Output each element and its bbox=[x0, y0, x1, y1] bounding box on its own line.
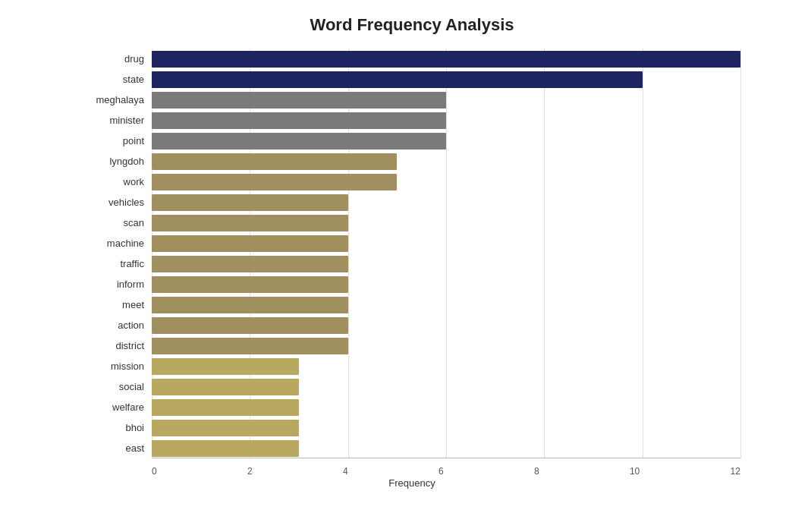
bar-vehicles bbox=[152, 194, 348, 211]
bar-label: east bbox=[83, 442, 152, 454]
bar-east bbox=[152, 440, 299, 457]
bar-row: point bbox=[83, 131, 740, 151]
bar-row: meet bbox=[83, 294, 740, 315]
bar-row: social bbox=[83, 376, 740, 397]
bar-row: work bbox=[83, 172, 740, 192]
bar-label: district bbox=[83, 340, 152, 351]
bar-row: mission bbox=[83, 356, 740, 376]
bar-row: bhoi bbox=[83, 417, 740, 438]
bar-mission bbox=[152, 358, 299, 375]
bar-track bbox=[152, 90, 740, 110]
x-tick-label: 10 bbox=[630, 466, 640, 477]
chart-area: drugstatemeghalayaministerpointlyngdohwo… bbox=[83, 49, 740, 489]
bar-row: scan bbox=[83, 212, 740, 233]
bar-track bbox=[152, 356, 740, 376]
bar-social bbox=[152, 379, 299, 395]
bar-state bbox=[152, 71, 643, 88]
bar-track bbox=[152, 335, 740, 356]
bar-row: east bbox=[83, 438, 740, 458]
bar-bhoi bbox=[152, 420, 299, 436]
bar-label: machine bbox=[83, 238, 152, 249]
bar-track bbox=[152, 417, 740, 438]
bar-inform bbox=[152, 276, 348, 293]
bar-welfare bbox=[152, 399, 299, 416]
bar-track bbox=[152, 49, 740, 69]
bars-wrapper: drugstatemeghalayaministerpointlyngdohwo… bbox=[83, 49, 740, 458]
chart-title: Word Frequency Analysis bbox=[83, 15, 740, 35]
bar-label: point bbox=[83, 135, 152, 146]
bar-drug bbox=[152, 51, 740, 68]
bar-row: state bbox=[83, 69, 740, 90]
bar-row: lyngdoh bbox=[83, 151, 740, 172]
x-tick-label: 2 bbox=[247, 466, 253, 477]
bar-track bbox=[152, 315, 740, 335]
bar-track bbox=[152, 397, 740, 417]
x-tick-label: 6 bbox=[439, 466, 444, 477]
bar-row: drug bbox=[83, 49, 740, 69]
bar-track bbox=[152, 69, 740, 90]
bar-row: minister bbox=[83, 110, 740, 131]
bar-label: state bbox=[83, 74, 152, 85]
bar-track bbox=[152, 131, 740, 151]
bar-row: machine bbox=[83, 233, 740, 253]
bar-track bbox=[152, 110, 740, 131]
bar-label: drug bbox=[83, 53, 152, 65]
bar-label: lyngdoh bbox=[83, 156, 152, 167]
bar-label: minister bbox=[83, 115, 152, 126]
bar-row: inform bbox=[83, 274, 740, 294]
bar-label: welfare bbox=[83, 401, 152, 413]
x-tick-label: 4 bbox=[343, 466, 348, 477]
bar-track bbox=[152, 192, 740, 212]
bar-minister bbox=[152, 112, 446, 129]
bar-track bbox=[152, 376, 740, 397]
bar-scan bbox=[152, 215, 348, 231]
x-tick-label: 12 bbox=[731, 466, 740, 477]
bar-track bbox=[152, 151, 740, 172]
bar-track bbox=[152, 233, 740, 253]
bar-meghalaya bbox=[152, 92, 446, 109]
bar-track bbox=[152, 274, 740, 294]
bar-track bbox=[152, 253, 740, 274]
bar-lyngdoh bbox=[152, 153, 397, 170]
bar-label: mission bbox=[83, 360, 152, 372]
bar-row: action bbox=[83, 315, 740, 335]
bar-row: vehicles bbox=[83, 192, 740, 212]
x-tick-label: 0 bbox=[152, 466, 157, 477]
bar-machine bbox=[152, 235, 348, 252]
x-labels: 024681012 bbox=[152, 466, 740, 477]
bar-label: bhoi bbox=[83, 422, 152, 433]
bar-traffic bbox=[152, 256, 348, 272]
bar-action bbox=[152, 317, 348, 334]
bar-label: scan bbox=[83, 217, 152, 228]
bar-track bbox=[152, 438, 740, 458]
bar-row: meghalaya bbox=[83, 90, 740, 110]
bar-label: action bbox=[83, 320, 152, 331]
bar-work bbox=[152, 174, 397, 190]
bar-track bbox=[152, 212, 740, 233]
bar-label: vehicles bbox=[83, 197, 152, 208]
bar-label: meghalaya bbox=[83, 94, 152, 105]
bar-label: work bbox=[83, 176, 152, 187]
bar-label: social bbox=[83, 381, 152, 392]
bar-district bbox=[152, 338, 348, 354]
x-tick-label: 8 bbox=[534, 466, 539, 477]
chart-container: Word Frequency Analysis drugstatemeghala… bbox=[0, 0, 786, 532]
bar-label: traffic bbox=[83, 258, 152, 269]
bar-row: welfare bbox=[83, 397, 740, 417]
x-axis-title: Frequency bbox=[83, 477, 740, 489]
bar-label: meet bbox=[83, 299, 152, 310]
bar-row: district bbox=[83, 335, 740, 356]
bar-track bbox=[152, 172, 740, 192]
bar-label: inform bbox=[83, 279, 152, 290]
bar-row: traffic bbox=[83, 253, 740, 274]
bar-track bbox=[152, 294, 740, 315]
bar-meet bbox=[152, 297, 348, 313]
grid-line bbox=[740, 49, 741, 458]
bar-point bbox=[152, 133, 446, 150]
